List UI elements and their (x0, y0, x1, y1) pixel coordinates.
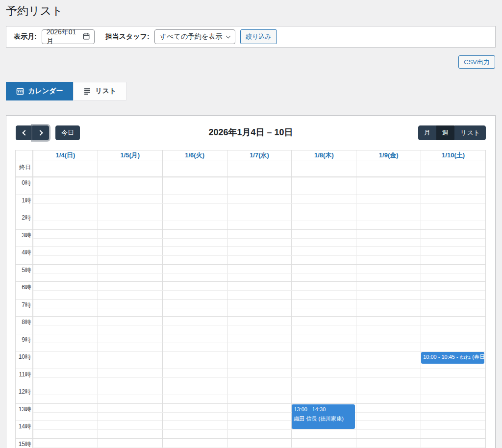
list-icon (83, 87, 91, 95)
hour-label: 5時 (16, 265, 33, 282)
event-time: 13:00 - 14:30 (294, 406, 353, 413)
day-header-4[interactable]: 1/8(木) (291, 150, 356, 160)
tab-list[interactable]: リスト (73, 82, 126, 100)
hour-label: 8時 (16, 317, 33, 334)
hour-label: 9時 (16, 334, 33, 351)
filter-panel: 表示月: 2026年01月 担当スタッフ: すべての予約を表示 絞り込み (6, 26, 496, 48)
day-header-3[interactable]: 1/7(水) (227, 150, 292, 160)
all-day-cell[interactable] (162, 160, 227, 176)
axis-header-cell (16, 150, 33, 160)
all-day-cell[interactable] (291, 160, 356, 176)
calendar-icon (16, 87, 24, 95)
tab-label: リスト (95, 87, 116, 96)
events-layer: 10:00 - 10:45 - ねね (春日局)13:00 - 14:30織田 … (33, 177, 485, 448)
hour-label: 4時 (16, 247, 33, 264)
view-tabs: カレンダーリスト (6, 82, 126, 100)
view-switcher: 月週リスト (418, 125, 486, 140)
all-day-cell[interactable] (33, 160, 98, 176)
day-header-1[interactable]: 1/5(月) (98, 150, 162, 160)
hour-label: 3時 (16, 230, 33, 247)
time-grid: 0時1時2時3時4時5時6時7時8時9時10時11時12時13時14時15時10… (16, 177, 485, 448)
tab-label: カレンダー (28, 87, 63, 96)
date-picker-icon[interactable] (83, 33, 90, 41)
all-day-row: 終日 (16, 160, 485, 177)
day-header-row: 1/4(日)1/5(月)1/6(火)1/7(水)1/8(木)1/9(金)1/10… (16, 150, 485, 160)
chevron-right-icon (37, 130, 43, 135)
all-day-cell[interactable] (356, 160, 421, 176)
hour-label: 15時 (16, 439, 33, 448)
hour-label: 7時 (16, 299, 33, 317)
week-grid: 1/4(日)1/5(月)1/6(火)1/7(水)1/8(木)1/9(金)1/10… (15, 150, 486, 448)
hour-label: 1時 (16, 195, 33, 212)
day-header-2[interactable]: 1/6(火) (162, 150, 227, 160)
calendar-toolbar: 今日 2026年1月4日 – 10日 月週リスト (16, 125, 486, 140)
hour-label: 14時 (16, 421, 33, 438)
view-button-1[interactable]: 週 (436, 125, 454, 140)
view-button-0[interactable]: 月 (418, 125, 436, 140)
calendar-panel: 今日 2026年1月4日 – 10日 月週リスト 1/4(日)1/5(月)1/6… (6, 115, 496, 448)
page-title: 予約リスト (6, 4, 63, 18)
filter-apply-button[interactable]: 絞り込み (240, 29, 277, 44)
hour-label: 12時 (16, 386, 33, 403)
hour-label: 11時 (16, 369, 33, 386)
day-header-6[interactable]: 1/10(土) (421, 150, 485, 160)
hour-label: 6時 (16, 282, 33, 299)
month-input-value: 2026年01月 (47, 28, 83, 46)
all-day-cell[interactable] (227, 160, 292, 176)
calendar-event-0[interactable]: 10:00 - 10:45 - ねね (春日局) (421, 352, 484, 364)
tab-calendar[interactable]: カレンダー (6, 82, 73, 100)
staff-select[interactable]: すべての予約を表示 (154, 29, 236, 44)
day-header-5[interactable]: 1/9(金) (356, 150, 421, 160)
hour-label: 0時 (16, 177, 33, 195)
staff-label: 担当スタッフ: (105, 32, 150, 41)
calendar-title: 2026年1月4日 – 10日 (16, 126, 486, 138)
next-button[interactable] (32, 125, 49, 140)
staff-select-value: すべての予約を表示 (160, 32, 223, 41)
view-button-2[interactable]: リスト (454, 125, 486, 140)
hour-label: 10時 (16, 351, 33, 369)
hour-label: 13時 (16, 404, 33, 421)
all-day-cell[interactable] (421, 160, 485, 176)
chevron-down-icon (226, 33, 231, 38)
day-header-0[interactable]: 1/4(日) (33, 150, 98, 160)
all-day-cell[interactable] (98, 160, 162, 176)
all-day-label: 終日 (16, 160, 33, 176)
event-time: 10:00 - 10:45 - ねね (春日局) (423, 353, 482, 361)
calendar-event-1[interactable]: 13:00 - 14:30織田 信長 (徳川家康) (292, 404, 355, 429)
hour-label: 2時 (16, 212, 33, 229)
month-input[interactable]: 2026年01月 (42, 29, 95, 44)
csv-export-button[interactable]: CSV出力 (458, 55, 495, 69)
event-title: 織田 信長 (徳川家康) (294, 415, 353, 423)
display-month-label: 表示月: (14, 32, 37, 41)
